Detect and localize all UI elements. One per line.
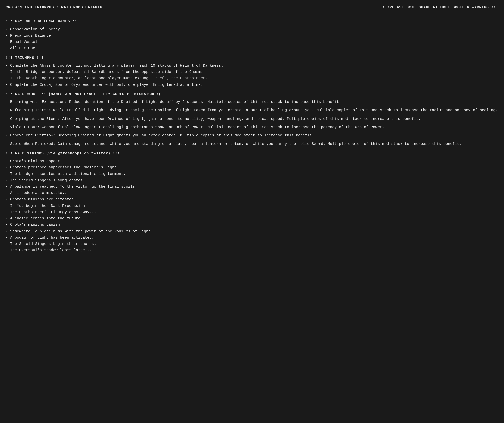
list-item: - Benevolent Overflow: Becoming Drained … xyxy=(6,133,498,138)
triumphs-list: - Complete the Abyss Encounter without l… xyxy=(6,63,498,88)
list-item: - All For One xyxy=(6,45,498,51)
list-item: - Somewhere, a plate hums with the power… xyxy=(6,229,498,234)
list-item: - The Shield Singers begin their chorus. xyxy=(6,241,498,247)
list-item: - The Deathsinger's Liturgy ebbs away... xyxy=(6,209,498,215)
list-item: - Brimming with Exhaustion: Reduce durat… xyxy=(6,99,498,105)
list-item: - In the Deathsinger encounter, at least… xyxy=(6,75,498,81)
list-item: - Crota's presence suppresses the Chalic… xyxy=(6,165,498,171)
spoiler-warning: !!!PLEASE DONT SHARE WITHOUT SPOILER WAR… xyxy=(382,5,498,10)
page-container: CROTA'S END TRIUMPHS / RAID MODS DATAMIN… xyxy=(6,5,498,253)
raid-mods-header: !!! RAID MODS !!! (NAMES ARE NOT EXACT, … xyxy=(6,91,498,97)
list-item: - The Oversoul's shadow looms large... xyxy=(6,247,498,253)
list-item: - Precarious Balance xyxy=(6,33,498,39)
day-one-list: - Conservation of Energy- Precarious Bal… xyxy=(6,26,498,51)
raid-strings-list: - Crota's minions appear.- Crota's prese… xyxy=(6,158,498,253)
list-item: - Conservation of Energy xyxy=(6,26,498,32)
day-one-header: !!! DAY ONE CHALLENGE NAMES !!! xyxy=(6,18,498,24)
list-item: - A balance is reached. To the victor go… xyxy=(6,184,498,190)
page-title: CROTA'S END TRIUMPHS / RAID MODS DATAMIN… xyxy=(6,5,105,10)
list-item: - Complete the Crota, Son of Oryx encoun… xyxy=(6,82,498,88)
list-item: - Crota's minions appear. xyxy=(6,158,498,164)
header-row: CROTA'S END TRIUMPHS / RAID MODS DATAMIN… xyxy=(6,5,498,10)
list-item: - A podium of Light has been activated. xyxy=(6,235,498,241)
list-item: - In the Bridge encounter, defeat all Sw… xyxy=(6,69,498,75)
list-item: - Crota's minions are defeated. xyxy=(6,196,498,202)
list-item: - Refreshing Thirst: While Engulfed in L… xyxy=(6,107,498,113)
list-item: - Ir Yut begins her Dark Procession. xyxy=(6,203,498,209)
list-item: - The Shield Singers's song abates. xyxy=(6,178,498,183)
raid-mods-list: - Brimming with Exhaustion: Reduce durat… xyxy=(6,99,498,147)
list-item: - Chomping at the Stem : After you have … xyxy=(6,116,498,122)
list-item: - Equal Vessels xyxy=(6,39,498,45)
raid-strings-header: !!! RAID STRINGS (via @freeboop1 on twit… xyxy=(6,151,498,156)
list-item: - An irredeemable mistake... xyxy=(6,190,498,196)
list-item: - A choice echoes into the future... xyxy=(6,216,498,221)
list-item: - Complete the Abyss Encounter without l… xyxy=(6,63,498,69)
triumphs-header: !!! TRIUMPHS !!! xyxy=(6,55,498,61)
list-item: - Crota's minions vanish. xyxy=(6,222,498,228)
list-item: - The bridge resonates with additional e… xyxy=(6,171,498,177)
list-item: - Violent Pour: Weapon final blows again… xyxy=(6,124,498,130)
list-item: - Stoic When Panicked: Gain damage resis… xyxy=(6,141,498,147)
divider-line: ~~~~~~~~~~~~~~~~~~~~~~~~~~~~~~~~~~~~~~~~… xyxy=(6,11,498,16)
